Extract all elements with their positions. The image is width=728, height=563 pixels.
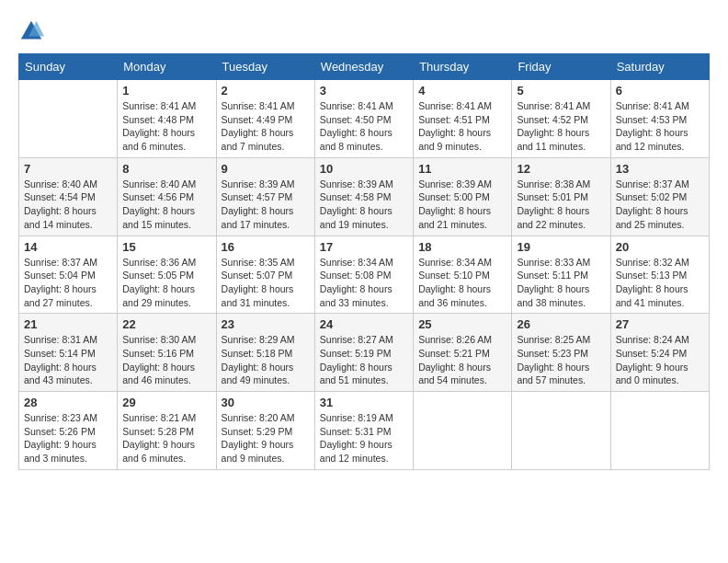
day-number: 7 bbox=[24, 162, 112, 176]
calendar-week-row: 14Sunrise: 8:37 AM Sunset: 5:04 PM Dayli… bbox=[19, 236, 710, 314]
calendar-cell: 15Sunrise: 8:36 AM Sunset: 5:05 PM Dayli… bbox=[118, 236, 216, 314]
calendar-cell: 6Sunrise: 8:41 AM Sunset: 4:53 PM Daylig… bbox=[610, 80, 709, 158]
day-header-friday: Friday bbox=[512, 54, 610, 80]
day-number: 4 bbox=[418, 84, 506, 98]
calendar-cell: 22Sunrise: 8:30 AM Sunset: 5:16 PM Dayli… bbox=[118, 314, 216, 392]
day-detail: Sunrise: 8:19 AM Sunset: 5:31 PM Dayligh… bbox=[320, 411, 408, 465]
calendar-cell: 16Sunrise: 8:35 AM Sunset: 5:07 PM Dayli… bbox=[216, 236, 314, 314]
day-header-saturday: Saturday bbox=[610, 54, 709, 80]
calendar-cell: 18Sunrise: 8:34 AM Sunset: 5:10 PM Dayli… bbox=[414, 236, 512, 314]
day-number: 8 bbox=[122, 162, 210, 176]
day-number: 17 bbox=[320, 240, 408, 254]
day-detail: Sunrise: 8:32 AM Sunset: 5:13 PM Dayligh… bbox=[616, 256, 704, 310]
day-detail: Sunrise: 8:41 AM Sunset: 4:53 PM Dayligh… bbox=[616, 99, 704, 154]
day-detail: Sunrise: 8:41 AM Sunset: 4:48 PM Dayligh… bbox=[122, 99, 210, 154]
day-detail: Sunrise: 8:33 AM Sunset: 5:11 PM Dayligh… bbox=[517, 256, 605, 310]
day-detail: Sunrise: 8:23 AM Sunset: 5:26 PM Dayligh… bbox=[24, 411, 112, 465]
day-detail: Sunrise: 8:24 AM Sunset: 5:24 PM Dayligh… bbox=[616, 333, 704, 387]
calendar-cell: 1Sunrise: 8:41 AM Sunset: 4:48 PM Daylig… bbox=[118, 80, 216, 158]
calendar-week-row: 28Sunrise: 8:23 AM Sunset: 5:26 PM Dayli… bbox=[19, 392, 710, 470]
calendar-cell: 27Sunrise: 8:24 AM Sunset: 5:24 PM Dayli… bbox=[610, 314, 709, 392]
calendar-cell: 8Sunrise: 8:40 AM Sunset: 4:56 PM Daylig… bbox=[118, 157, 216, 236]
day-detail: Sunrise: 8:21 AM Sunset: 5:28 PM Dayligh… bbox=[122, 411, 210, 465]
day-detail: Sunrise: 8:35 AM Sunset: 5:07 PM Dayligh… bbox=[222, 256, 310, 310]
calendar-cell: 2Sunrise: 8:41 AM Sunset: 4:49 PM Daylig… bbox=[216, 80, 314, 158]
day-number: 18 bbox=[418, 240, 506, 254]
calendar-cell: 29Sunrise: 8:21 AM Sunset: 5:28 PM Dayli… bbox=[118, 392, 216, 470]
day-number: 23 bbox=[222, 317, 310, 331]
logo-icon bbox=[18, 18, 44, 44]
day-number: 25 bbox=[418, 317, 506, 331]
day-detail: Sunrise: 8:39 AM Sunset: 5:00 PM Dayligh… bbox=[418, 178, 506, 232]
day-number: 27 bbox=[616, 317, 704, 331]
calendar-cell: 31Sunrise: 8:19 AM Sunset: 5:31 PM Dayli… bbox=[314, 392, 413, 470]
calendar-cell: 10Sunrise: 8:39 AM Sunset: 4:58 PM Dayli… bbox=[314, 157, 413, 236]
calendar-cell: 3Sunrise: 8:41 AM Sunset: 4:50 PM Daylig… bbox=[314, 80, 413, 158]
day-number: 21 bbox=[24, 317, 112, 331]
calendar-week-row: 7Sunrise: 8:40 AM Sunset: 4:54 PM Daylig… bbox=[19, 157, 710, 236]
logo bbox=[18, 18, 48, 44]
day-number: 16 bbox=[222, 240, 310, 254]
day-number: 2 bbox=[222, 84, 310, 98]
calendar-table: SundayMondayTuesdayWednesdayThursdayFrid… bbox=[18, 53, 710, 470]
calendar-cell: 4Sunrise: 8:41 AM Sunset: 4:51 PM Daylig… bbox=[414, 80, 512, 158]
day-number: 3 bbox=[320, 84, 408, 98]
calendar-cell: 19Sunrise: 8:33 AM Sunset: 5:11 PM Dayli… bbox=[512, 236, 610, 314]
calendar-week-row: 21Sunrise: 8:31 AM Sunset: 5:14 PM Dayli… bbox=[19, 314, 710, 392]
day-number: 30 bbox=[222, 396, 310, 409]
day-detail: Sunrise: 8:38 AM Sunset: 5:01 PM Dayligh… bbox=[517, 178, 605, 232]
calendar-cell: 23Sunrise: 8:29 AM Sunset: 5:18 PM Dayli… bbox=[216, 314, 314, 392]
calendar-cell: 25Sunrise: 8:26 AM Sunset: 5:21 PM Dayli… bbox=[414, 314, 512, 392]
day-detail: Sunrise: 8:40 AM Sunset: 4:54 PM Dayligh… bbox=[24, 178, 112, 232]
day-detail: Sunrise: 8:39 AM Sunset: 4:58 PM Dayligh… bbox=[320, 178, 408, 232]
day-header-sunday: Sunday bbox=[19, 54, 118, 80]
calendar-cell: 14Sunrise: 8:37 AM Sunset: 5:04 PM Dayli… bbox=[19, 236, 118, 314]
calendar-cell: 20Sunrise: 8:32 AM Sunset: 5:13 PM Dayli… bbox=[610, 236, 709, 314]
day-number: 24 bbox=[320, 317, 408, 331]
day-detail: Sunrise: 8:29 AM Sunset: 5:18 PM Dayligh… bbox=[222, 333, 310, 387]
day-number: 10 bbox=[320, 162, 408, 176]
day-detail: Sunrise: 8:31 AM Sunset: 5:14 PM Dayligh… bbox=[24, 333, 112, 387]
day-number: 26 bbox=[517, 317, 605, 331]
day-detail: Sunrise: 8:34 AM Sunset: 5:10 PM Dayligh… bbox=[418, 256, 506, 310]
day-detail: Sunrise: 8:41 AM Sunset: 4:51 PM Dayligh… bbox=[418, 99, 506, 154]
day-number: 20 bbox=[616, 240, 704, 254]
day-detail: Sunrise: 8:26 AM Sunset: 5:21 PM Dayligh… bbox=[418, 333, 506, 387]
calendar-cell: 13Sunrise: 8:37 AM Sunset: 5:02 PM Dayli… bbox=[610, 157, 709, 236]
day-header-monday: Monday bbox=[118, 54, 216, 80]
calendar-cell: 26Sunrise: 8:25 AM Sunset: 5:23 PM Dayli… bbox=[512, 314, 610, 392]
header bbox=[18, 18, 710, 44]
day-detail: Sunrise: 8:41 AM Sunset: 4:49 PM Dayligh… bbox=[222, 99, 310, 154]
day-detail: Sunrise: 8:36 AM Sunset: 5:05 PM Dayligh… bbox=[122, 256, 210, 310]
calendar-cell: 28Sunrise: 8:23 AM Sunset: 5:26 PM Dayli… bbox=[19, 392, 118, 470]
day-number: 28 bbox=[24, 396, 112, 409]
calendar-cell: 9Sunrise: 8:39 AM Sunset: 4:57 PM Daylig… bbox=[216, 157, 314, 236]
day-detail: Sunrise: 8:39 AM Sunset: 4:57 PM Dayligh… bbox=[222, 178, 310, 232]
day-number: 29 bbox=[122, 396, 210, 409]
calendar-cell: 7Sunrise: 8:40 AM Sunset: 4:54 PM Daylig… bbox=[19, 157, 118, 236]
calendar-cell bbox=[19, 80, 118, 158]
day-detail: Sunrise: 8:37 AM Sunset: 5:04 PM Dayligh… bbox=[24, 256, 112, 310]
day-number: 19 bbox=[517, 240, 605, 254]
day-detail: Sunrise: 8:41 AM Sunset: 4:50 PM Dayligh… bbox=[320, 99, 408, 154]
day-number: 12 bbox=[517, 162, 605, 176]
day-number: 15 bbox=[122, 240, 210, 254]
day-number: 9 bbox=[222, 162, 310, 176]
day-number: 22 bbox=[122, 317, 210, 331]
calendar-cell: 11Sunrise: 8:39 AM Sunset: 5:00 PM Dayli… bbox=[414, 157, 512, 236]
calendar-cell: 24Sunrise: 8:27 AM Sunset: 5:19 PM Dayli… bbox=[314, 314, 413, 392]
day-number: 14 bbox=[24, 240, 112, 254]
day-number: 1 bbox=[122, 84, 210, 98]
calendar-header-row: SundayMondayTuesdayWednesdayThursdayFrid… bbox=[19, 54, 710, 80]
day-detail: Sunrise: 8:40 AM Sunset: 4:56 PM Dayligh… bbox=[122, 178, 210, 232]
day-detail: Sunrise: 8:37 AM Sunset: 5:02 PM Dayligh… bbox=[616, 178, 704, 232]
calendar-cell bbox=[512, 392, 610, 470]
day-header-thursday: Thursday bbox=[414, 54, 512, 80]
day-detail: Sunrise: 8:30 AM Sunset: 5:16 PM Dayligh… bbox=[122, 333, 210, 387]
calendar-cell: 5Sunrise: 8:41 AM Sunset: 4:52 PM Daylig… bbox=[512, 80, 610, 158]
day-number: 13 bbox=[616, 162, 704, 176]
day-number: 11 bbox=[418, 162, 506, 176]
calendar-week-row: 1Sunrise: 8:41 AM Sunset: 4:48 PM Daylig… bbox=[19, 80, 710, 158]
day-number: 5 bbox=[517, 84, 605, 98]
calendar-cell: 30Sunrise: 8:20 AM Sunset: 5:29 PM Dayli… bbox=[216, 392, 314, 470]
